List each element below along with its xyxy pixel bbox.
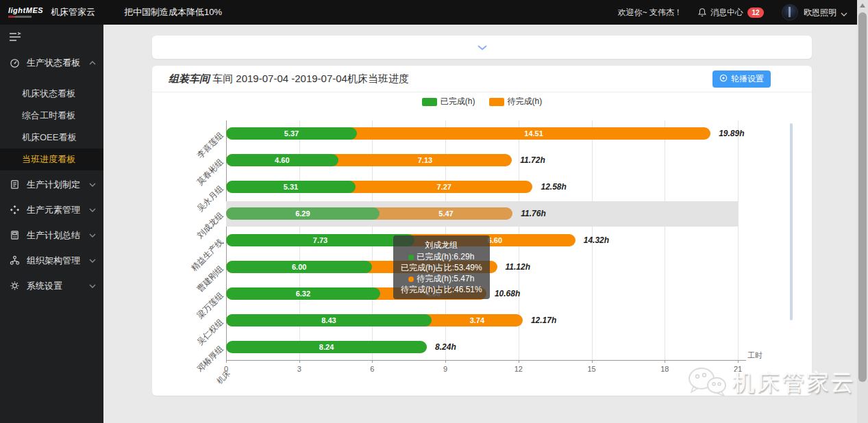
- category-label: 李喜莲组: [195, 130, 226, 162]
- bar-value-label-pending: 5.47: [438, 209, 453, 218]
- sidebar: 生产状态看板机床状态看板综合工时看板机床OEE看板当班进度看板生产计划制定生产元…: [0, 25, 103, 423]
- legend-item-pending[interactable]: 待完成(h): [489, 96, 543, 107]
- sidebar-item-4[interactable]: 组织架构管理: [0, 248, 103, 273]
- diamond-icon: [10, 205, 21, 216]
- gauge-icon: [10, 57, 21, 68]
- tooltip-line: 已完成(h)占比:53.49%: [401, 262, 482, 273]
- filter-panel-collapsed: [152, 36, 812, 59]
- tooltip-title: 刘成龙组: [401, 240, 482, 251]
- tooltip-series-dot: [408, 255, 414, 260]
- bar-value-label-pending: 7.27: [436, 183, 451, 191]
- bar-total-label: 11.76h: [521, 209, 545, 218]
- gridline: [665, 120, 665, 360]
- x-tick-label: 18: [654, 365, 675, 373]
- bar-value-label-pending: 14.51: [524, 129, 543, 138]
- x-tick-label: 0: [216, 365, 236, 373]
- bar-total-label: 19.89h: [719, 129, 744, 138]
- bell-icon[interactable]: [697, 8, 707, 17]
- bar-total-label: 11.12h: [506, 262, 530, 272]
- browser-scrollbar[interactable]: [857, 0, 868, 423]
- slogan-text: 把中国制造成本降低10%: [124, 6, 222, 18]
- brand-name: 机床管家云: [51, 6, 95, 18]
- category-label: 刘成龙组: [195, 210, 226, 242]
- collapse-sidebar-icon[interactable]: [0, 25, 103, 49]
- bar-value-label-pending: 3.74: [470, 316, 484, 324]
- x-axis-line: [226, 360, 746, 361]
- sidebar-item-label: 生产计划制定: [27, 179, 80, 191]
- x-tick-label: 9: [435, 365, 456, 373]
- sidebar-subitem-0-0[interactable]: 机床状态看板: [0, 83, 103, 105]
- chart-tooltip: 刘成龙组 已完成(h):6.29h已完成(h)占比:53.49%待完成(h):5…: [393, 235, 490, 299]
- tooltip-line: 待完成(h):5.47h: [401, 273, 482, 284]
- calculator-icon: [10, 230, 21, 241]
- bar-total-label: 12.17h: [531, 316, 556, 325]
- chevron-down-icon: [89, 259, 96, 263]
- sidebar-subitem-0-2[interactable]: 机床OEE看板: [0, 127, 103, 149]
- legend-swatch-pending: [489, 98, 504, 106]
- message-center-link[interactable]: 消息中心: [710, 7, 743, 18]
- chevron-down-icon: [89, 284, 96, 288]
- app-logo[interactable]: lightMES: [8, 7, 47, 18]
- x-tick-label: 15: [582, 365, 602, 373]
- orgchart-icon: [10, 255, 21, 266]
- bar-value-label-completed: 6.29: [295, 209, 310, 218]
- sidebar-item-3[interactable]: 生产计划总结: [0, 222, 103, 248]
- logo-subline: [8, 16, 32, 18]
- chevron-down-icon: [89, 233, 96, 238]
- x-axis-title: 工时: [747, 350, 762, 361]
- category-label: 莫春彬组: [195, 157, 226, 188]
- bar-value-label-completed: 5.37: [284, 129, 299, 138]
- legend-item-completed[interactable]: 已完成(h): [422, 96, 475, 107]
- bar-value-label-completed: 6.00: [292, 263, 306, 271]
- welcome-text: 欢迎你~ 支伟杰！: [618, 7, 682, 18]
- progress-chart-card: 组装车间 车间 2019-07-04 -2019-07-04机床当班进度 轮播设…: [152, 66, 812, 396]
- chart-title: 组装车间 车间 2019-07-04 -2019-07-04机床当班进度: [169, 73, 409, 86]
- topbar: lightMES 机床管家云 把中国制造成本降低10% 欢迎你~ 支伟杰！ 消息…: [0, 0, 857, 25]
- bar-value-label-completed: 8.24: [319, 343, 334, 351]
- bar-total-label: 12.58h: [541, 182, 566, 192]
- sidebar-item-1[interactable]: 生产计划制定: [0, 172, 103, 197]
- avatar[interactable]: [782, 4, 798, 21]
- sidebar-item-2[interactable]: 生产元素管理: [0, 197, 103, 222]
- carousel-settings-button[interactable]: 轮播设置: [712, 70, 771, 88]
- page: lightMES 机床管家云 把中国制造成本降低10% 欢迎你~ 支伟杰！ 消息…: [0, 0, 868, 423]
- chevron-up-icon: [89, 61, 96, 65]
- document-icon: [10, 179, 21, 190]
- sidebar-subitem-0-3[interactable]: 当班进度看板: [0, 149, 103, 170]
- sidebar-menu: 生产状态看板机床状态看板综合工时看板机床OEE看板当班进度看板生产计划制定生产元…: [0, 49, 103, 298]
- bar-value-label-completed: 4.60: [275, 156, 289, 164]
- chevron-down-icon: [89, 208, 96, 212]
- sidebar-item-label: 组织架构管理: [27, 255, 80, 267]
- sidebar-subitem-0-1[interactable]: 综合工时看板: [0, 105, 103, 127]
- settings-circle-icon: [719, 74, 728, 84]
- x-tick-label: 12: [508, 365, 529, 373]
- account-name[interactable]: 欧恩照明: [804, 7, 836, 18]
- tooltip-line: 待完成(h)占比:46.51%: [401, 284, 482, 295]
- sidebar-item-0[interactable]: 生产状态看板: [0, 49, 103, 77]
- category-label: 梁万莲组: [195, 290, 226, 321]
- bar-total-label: 8.24h: [435, 342, 456, 352]
- bar-total-label: 14.32h: [584, 235, 609, 245]
- message-count-badge[interactable]: 12: [747, 8, 764, 18]
- bar-total-label: 11.72h: [520, 155, 545, 165]
- bar-value-label-completed: 5.31: [284, 183, 298, 191]
- chevron-down-icon: [89, 183, 96, 187]
- bar-value-label-completed: 7.73: [313, 236, 327, 244]
- account-chevron-down-icon[interactable]: [841, 7, 847, 19]
- x-tick-label: 6: [362, 365, 382, 373]
- sidebar-item-label: 生产元素管理: [27, 204, 80, 216]
- x-tick-label: 21: [728, 365, 748, 373]
- chart-inner-scrollbar[interactable]: [790, 123, 793, 320]
- scroll-up-arrow-icon: [860, 3, 865, 8]
- sidebar-item-label: 生产状态看板: [27, 57, 80, 69]
- bar-value-label-completed: 6.32: [296, 290, 310, 298]
- tooltip-series-dot: [408, 277, 414, 282]
- expand-filters-chevron-icon[interactable]: [478, 41, 487, 53]
- sidebar-item-5[interactable]: 系统设置: [0, 273, 103, 298]
- sidebar-item-label: 系统设置: [27, 280, 62, 292]
- bar-value-label-pending: 6.60: [488, 236, 502, 244]
- gear-icon: [10, 281, 21, 292]
- bar-value-label-completed: 8.43: [321, 316, 336, 324]
- gridline: [738, 120, 739, 360]
- logo-text: lightMES: [8, 7, 47, 14]
